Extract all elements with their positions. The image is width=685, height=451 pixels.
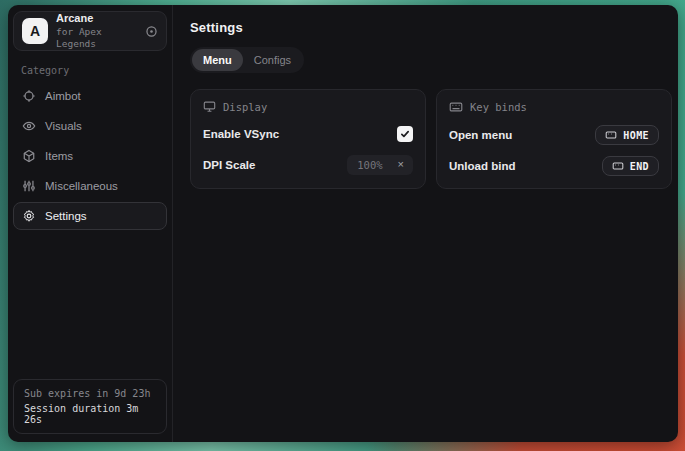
- cube-icon: [22, 149, 36, 163]
- category-label: Category: [13, 51, 167, 82]
- sidebar-item-settings[interactable]: Settings: [13, 202, 167, 230]
- sub-expires-text: Sub expires in 9d 23h: [24, 388, 156, 399]
- open-menu-label: Open menu: [449, 129, 512, 141]
- tab-menu[interactable]: Menu: [192, 49, 243, 71]
- dpi-row: DPI Scale 100% ×: [203, 155, 413, 175]
- keybinds-card-title: Key binds: [470, 101, 527, 113]
- sidebar-item-items[interactable]: Items: [13, 142, 167, 170]
- sliders-icon: [22, 179, 36, 193]
- sidebar-spacer: [13, 230, 167, 379]
- brand-text: Arcane for Apex Legends: [56, 12, 137, 50]
- app-subtitle: for Apex Legends: [56, 26, 137, 50]
- monitor-icon: [203, 100, 216, 113]
- keybinds-card: Key binds Open menu HOME Unload bin: [436, 89, 672, 189]
- dpi-clear-button[interactable]: ×: [392, 155, 413, 175]
- sidebar-item-aimbot[interactable]: Aimbot: [13, 82, 167, 110]
- key-icon: [605, 129, 617, 141]
- vsync-label: Enable VSync: [203, 128, 279, 140]
- main-content: Settings Menu Configs Display: [173, 5, 678, 442]
- page-title: Settings: [190, 20, 672, 35]
- crosshair-icon: [22, 89, 36, 103]
- sidebar-item-miscellaneous[interactable]: Miscellaneous: [13, 172, 167, 200]
- unload-keybind-button[interactable]: END: [602, 156, 659, 176]
- unload-bind-row: Unload bind END: [449, 156, 659, 176]
- dpi-input-group: 100% ×: [347, 155, 413, 175]
- sidebar-item-visuals[interactable]: Visuals: [13, 112, 167, 140]
- settings-cards: Display Enable VSync DPI Scale 100% ×: [190, 89, 672, 189]
- display-card: Display Enable VSync DPI Scale 100% ×: [190, 89, 426, 189]
- unload-key: END: [630, 161, 649, 172]
- tab-configs[interactable]: Configs: [243, 49, 302, 71]
- session-duration-text: Session duration 3m 26s: [24, 403, 156, 425]
- open-menu-row: Open menu HOME: [449, 125, 659, 145]
- app-window: A Arcane for Apex Legends Category Aimbo…: [8, 5, 678, 442]
- sidebar-nav: Aimbot Visuals Items: [13, 82, 167, 230]
- unload-bind-label: Unload bind: [449, 160, 515, 172]
- subscription-status-card: Sub expires in 9d 23h Session duration 3…: [13, 379, 167, 434]
- vsync-checkbox[interactable]: [397, 126, 413, 142]
- display-card-title: Display: [223, 101, 267, 113]
- sidebar-item-label: Visuals: [45, 120, 82, 132]
- vsync-row: Enable VSync: [203, 124, 413, 144]
- app-name: Arcane: [56, 12, 137, 26]
- open-menu-keybind-button[interactable]: HOME: [595, 125, 659, 145]
- brand-card: A Arcane for Apex Legends: [13, 11, 167, 51]
- check-icon: [400, 129, 410, 139]
- settings-tabs: Menu Configs: [190, 47, 304, 73]
- sidebar: A Arcane for Apex Legends Category Aimbo…: [8, 5, 173, 442]
- app-logo: A: [22, 18, 48, 44]
- sidebar-item-label: Items: [45, 150, 73, 162]
- keyboard-icon: [449, 100, 463, 114]
- keybinds-card-header: Key binds: [449, 100, 659, 114]
- eye-icon: [22, 119, 36, 133]
- open-menu-key: HOME: [623, 130, 649, 141]
- dpi-scale-input[interactable]: 100%: [347, 155, 391, 175]
- sidebar-item-label: Miscellaneous: [45, 180, 118, 192]
- key-icon: [612, 160, 624, 172]
- dpi-label: DPI Scale: [203, 159, 255, 171]
- gear-icon: [22, 209, 36, 223]
- target-icon[interactable]: [145, 25, 158, 38]
- sidebar-item-label: Settings: [45, 210, 87, 222]
- sidebar-item-label: Aimbot: [45, 90, 81, 102]
- display-card-header: Display: [203, 100, 413, 113]
